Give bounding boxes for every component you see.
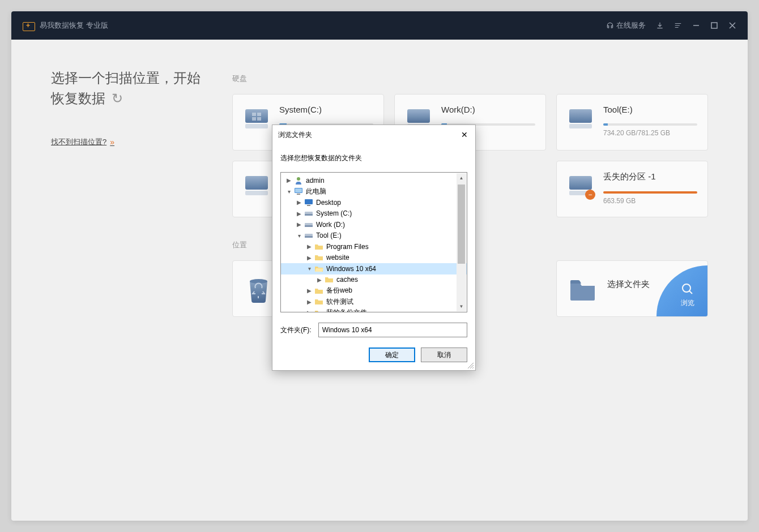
svg-rect-26 — [305, 225, 313, 227]
folder-icon — [325, 275, 334, 284]
expand-icon[interactable]: ▶ — [296, 221, 302, 228]
dialog-title: 浏览文件夹 — [278, 130, 459, 140]
collapse-icon[interactable]: ▾ — [296, 233, 302, 239]
folder-icon — [314, 253, 323, 262]
svg-rect-28 — [305, 236, 313, 238]
scroll-up-icon[interactable]: ▲ — [457, 173, 466, 183]
scrollbar[interactable]: ▲ ▼ — [457, 173, 466, 311]
tree-item-desktop[interactable]: ▶Desktop — [281, 197, 467, 208]
expand-icon[interactable]: ▶ — [296, 199, 302, 205]
tree-item-tool-e[interactable]: ▾Tool (E:) — [281, 230, 467, 242]
tree-item-windows-10-x64[interactable]: ▾Windows 10 x64 — [281, 263, 467, 274]
expand-icon[interactable]: ▶ — [285, 177, 292, 183]
expand-icon[interactable]: ▶ — [306, 243, 313, 250]
tree-item-my-backup[interactable]: ▶我的备份文件 — [281, 307, 467, 312]
dialog-buttons: 确定 取消 — [280, 347, 467, 362]
tree-item-admin[interactable]: ▶admin — [281, 175, 467, 186]
folder-tree[interactable]: ▶admin ▾此电脑 ▶Desktop ▶System (C:) ▶Work … — [281, 173, 467, 312]
drive-icon — [304, 209, 313, 218]
scroll-down-icon[interactable]: ▼ — [457, 302, 466, 311]
svg-point-17 — [297, 177, 300, 181]
resize-grip-icon[interactable] — [467, 362, 474, 369]
cancel-button[interactable]: 取消 — [421, 347, 467, 362]
tree-item-system-c[interactable]: ▶System (C:) — [281, 208, 467, 220]
tree-item-caches[interactable]: ▶caches — [281, 274, 467, 286]
scroll-thumb[interactable] — [458, 185, 465, 264]
dialog-prompt: 选择您想恢复数据的文件夹 — [280, 153, 467, 163]
tree-item-backup-web[interactable]: ▶备份web — [281, 285, 467, 297]
svg-rect-19 — [295, 188, 302, 192]
tree-item-this-pc[interactable]: ▾此电脑 — [281, 186, 467, 198]
expand-icon[interactable]: ▶ — [316, 277, 323, 283]
expand-icon[interactable]: ▶ — [306, 288, 313, 294]
svg-rect-22 — [307, 205, 310, 206]
folder-tree-container: ▶admin ▾此电脑 ▶Desktop ▶System (C:) ▶Work … — [280, 172, 467, 312]
folder-icon — [314, 242, 323, 251]
collapse-icon[interactable]: ▾ — [306, 265, 313, 272]
expand-icon[interactable]: ▶ — [306, 255, 313, 261]
browse-folder-dialog: 浏览文件夹 ✕ 选择您想恢复数据的文件夹 ▶admin ▾此电脑 ▶Deskto… — [272, 125, 476, 371]
tree-item-work-d[interactable]: ▶Work (D:) — [281, 219, 467, 230]
expand-icon[interactable]: ▶ — [306, 310, 313, 312]
svg-rect-24 — [305, 214, 313, 216]
folder-open-icon — [314, 264, 323, 273]
dialog-titlebar: 浏览文件夹 ✕ — [272, 125, 475, 144]
expand-icon[interactable]: ▶ — [306, 299, 313, 305]
tree-item-soft-test[interactable]: ▶软件测试 — [281, 297, 467, 308]
folder-name-field: 文件夹(F): — [280, 323, 467, 337]
folder-icon — [314, 308, 323, 312]
folder-icon — [314, 297, 323, 306]
computer-icon — [294, 187, 303, 196]
tree-item-website[interactable]: ▶website — [281, 252, 467, 264]
folder-field-label: 文件夹(F): — [280, 325, 312, 335]
dialog-body: 选择您想恢复数据的文件夹 ▶admin ▾此电脑 ▶Desktop ▶Syste… — [272, 144, 475, 370]
drive-icon — [304, 220, 313, 229]
svg-rect-20 — [297, 194, 300, 195]
ok-button[interactable]: 确定 — [369, 347, 415, 362]
dialog-close-button[interactable]: ✕ — [459, 130, 470, 140]
tree-item-program-files[interactable]: ▶Program Files — [281, 241, 467, 252]
drive-icon — [304, 231, 313, 240]
folder-icon — [314, 286, 323, 295]
desktop-icon — [304, 198, 313, 207]
collapse-icon[interactable]: ▾ — [285, 188, 292, 195]
folder-name-input[interactable] — [318, 323, 467, 337]
expand-icon[interactable]: ▶ — [296, 211, 302, 217]
user-icon — [294, 176, 303, 185]
svg-rect-21 — [305, 199, 313, 204]
